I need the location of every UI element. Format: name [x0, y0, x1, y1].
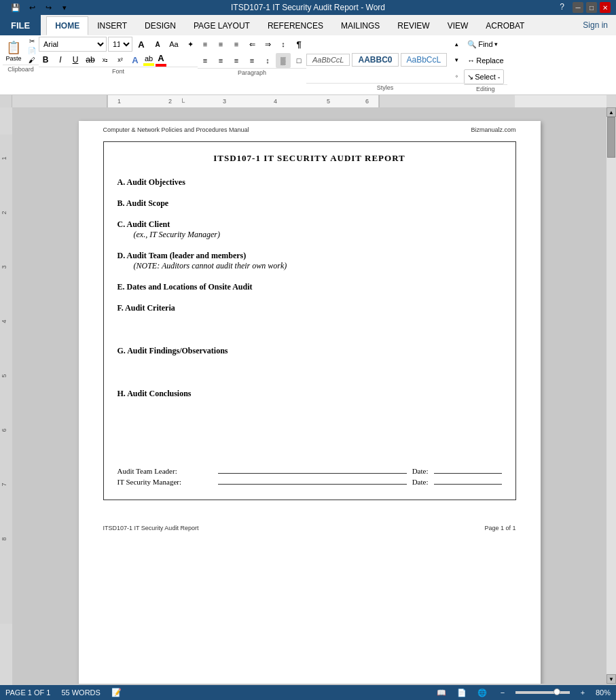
replace-button[interactable]: ↔ Replace — [464, 53, 507, 68]
svg-text:6: 6 — [1, 428, 7, 432]
tab-design[interactable]: DESIGN — [136, 16, 185, 35]
svg-rect-1 — [379, 95, 515, 107]
show-hide-button[interactable]: ¶ — [291, 37, 306, 52]
tab-acrobat[interactable]: ACROBAT — [477, 16, 533, 35]
tab-view[interactable]: VIEW — [439, 16, 477, 35]
page-content[interactable]: ITSD107-1 IT SECURITY AUDIT REPORT A. Au… — [79, 136, 541, 522]
styles-expand[interactable]: ⬦ — [449, 68, 464, 83]
borders-button[interactable]: □ — [291, 53, 306, 68]
copy-button[interactable]: 📄 — [25, 46, 39, 55]
scroll-up-button[interactable]: ▲ — [606, 107, 616, 117]
multilevel-list-button[interactable]: ≡ — [229, 37, 244, 52]
find-button[interactable]: 🔍 Find ▾ — [464, 37, 501, 52]
change-case-button[interactable]: Aa — [166, 37, 181, 52]
select-button[interactable]: ↘ Select - — [464, 69, 503, 84]
ribbon-tabs: HOME INSERT DESIGN PAGE LAYOUT REFERENCE… — [41, 15, 533, 35]
subscript-button[interactable]: x₂ — [98, 53, 112, 67]
svg-text:1: 1 — [117, 98, 121, 105]
style-heading1[interactable]: AABBC0 — [352, 53, 398, 67]
font-shrink-button[interactable]: A — [150, 37, 165, 52]
save-button[interactable]: 💾 — [8, 0, 23, 15]
help-button[interactable]: ? — [560, 2, 564, 13]
content-area: 1 2 3 4 5 6 7 8 Computer & Network Polic… — [0, 107, 616, 684]
customize-button[interactable]: ▾ — [57, 0, 72, 15]
section-A-label: A. Audit Objectives — [117, 177, 185, 187]
styles-label: Styles — [306, 83, 464, 93]
font-group: Arial 11 12 A A Aa ✦ B I U — [39, 37, 198, 94]
undo-button[interactable]: ↩ — [24, 0, 39, 15]
style-emphasis[interactable]: AaBbCcL — [306, 54, 350, 66]
clipboard-label: Clipboard — [3, 65, 39, 75]
italic-button[interactable]: I — [54, 53, 67, 67]
scroll-down-button[interactable]: ▼ — [606, 674, 616, 684]
read-mode-button[interactable]: 📖 — [434, 685, 449, 700]
bullets-button[interactable]: ≡ — [198, 37, 213, 52]
align-right-button[interactable]: ≡ — [229, 53, 244, 68]
align-center-button[interactable]: ≡ — [213, 53, 228, 68]
quick-access-toolbar[interactable]: 💾 ↩ ↪ ▾ — [5, 0, 75, 15]
numbering-button[interactable]: ≡ — [213, 37, 228, 52]
zoom-slider[interactable] — [515, 691, 570, 694]
text-effects-button[interactable]: A — [128, 53, 142, 67]
bold-button[interactable]: B — [39, 53, 52, 67]
main-toolbar: 📋 Paste ✂ 📄 🖌 Clipboard Arial — [0, 35, 616, 94]
line-spacing-button[interactable]: ↕ — [260, 53, 275, 68]
file-tab[interactable]: FILE — [0, 15, 41, 35]
format-painter-button[interactable]: 🖌 — [25, 56, 39, 65]
svg-rect-11 — [0, 107, 12, 135]
footer-left: ITSD107-1 IT Security Audit Report — [103, 525, 199, 531]
tab-home[interactable]: HOME — [46, 16, 88, 35]
minimize-button[interactable]: ─ — [573, 2, 583, 13]
font-row2: B I U ab x₂ x² A ab A — [39, 53, 166, 67]
svg-text:5: 5 — [327, 98, 330, 105]
section-B: B. Audit Scope — [117, 198, 502, 209]
paragraph-label: Paragraph — [198, 68, 306, 78]
shading-button[interactable]: ▒ — [276, 53, 291, 68]
ruler: 1 2 3 4 5 6 └ — [12, 95, 606, 107]
tab-insert[interactable]: INSERT — [88, 16, 136, 35]
highlight-button[interactable]: ab — [143, 54, 154, 66]
tab-review[interactable]: REVIEW — [388, 16, 438, 35]
cut-button[interactable]: ✂ — [25, 37, 39, 46]
vertical-scrollbar[interactable]: ▲ ▼ — [606, 107, 616, 684]
superscript-button[interactable]: x² — [113, 53, 127, 67]
justify-button[interactable]: ≡ — [244, 53, 259, 68]
indent-increase-button[interactable]: ⇒ — [260, 37, 275, 52]
tab-references[interactable]: REFERENCES — [259, 16, 332, 35]
sign-in-button[interactable]: Sign in — [575, 15, 616, 35]
restore-button[interactable]: □ — [586, 2, 597, 13]
style-heading2[interactable]: AaBbCcL — [401, 53, 448, 67]
print-layout-button[interactable]: 📄 — [454, 685, 469, 700]
ruler-marks: 1 2 3 4 5 6 └ — [12, 95, 606, 107]
font-grow-button[interactable]: A — [134, 37, 149, 52]
tab-mailings[interactable]: MAILINGS — [332, 16, 388, 35]
sort-button[interactable]: ↕ — [276, 37, 291, 52]
font-name-select[interactable]: Arial — [39, 37, 107, 52]
text-color-button[interactable]: A — [156, 53, 166, 67]
indent-decrease-button[interactable]: ⇐ — [244, 37, 259, 52]
tab-page-layout[interactable]: PAGE LAYOUT — [185, 16, 259, 35]
section-C: C. Audit Client (ex., IT Security Manage… — [117, 220, 502, 240]
strikethrough-button[interactable]: ab — [84, 53, 97, 67]
clear-format-button[interactable]: ✦ — [183, 37, 198, 52]
zoom-in-button[interactable]: + — [575, 685, 590, 700]
svg-text:4: 4 — [1, 319, 7, 323]
underline-button[interactable]: U — [69, 53, 82, 67]
paste-button[interactable]: 📋 Paste — [3, 37, 24, 65]
clipboard-sub: ✂ 📄 🖌 — [25, 37, 39, 65]
sig-line-1: Audit Team Leader: Date: — [117, 467, 502, 475]
web-layout-button[interactable]: 🌐 — [475, 685, 490, 700]
redo-button[interactable]: ↪ — [41, 0, 56, 15]
styles-scroll-down[interactable]: ▼ — [449, 52, 464, 67]
font-size-select[interactable]: 11 12 — [108, 37, 132, 52]
styles-scroll: ▲ ▼ ⬦ — [449, 37, 464, 83]
font-row1: Arial 11 12 A A Aa ✦ — [39, 37, 198, 52]
svg-text:6: 6 — [365, 98, 369, 105]
scrollbar-thumb[interactable] — [607, 117, 615, 158]
section-G: G. Audit Findings/Observations — [117, 346, 502, 356]
align-left-button[interactable]: ≡ — [198, 53, 213, 68]
styles-scroll-up[interactable]: ▲ — [449, 37, 464, 52]
close-button[interactable]: ✕ — [600, 2, 611, 13]
zoom-out-button[interactable]: − — [495, 685, 510, 700]
window-controls[interactable]: ? ─ □ ✕ — [560, 2, 611, 13]
